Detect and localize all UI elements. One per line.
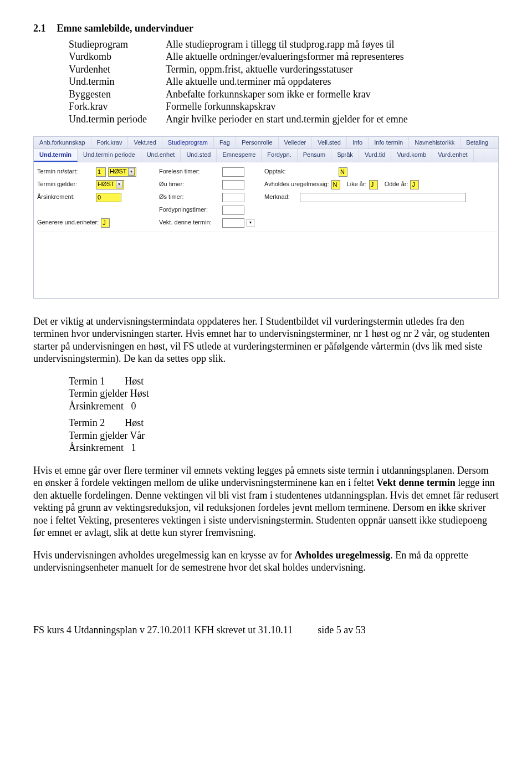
tab-vurd-tid[interactable]: Vurd.tid — [359, 149, 392, 162]
input-termin-nr[interactable] — [96, 167, 106, 177]
line: Termin gjelder Vår — [69, 429, 499, 442]
tab-und-enhet[interactable]: Und.enhet — [141, 149, 181, 162]
text: Hvis undervisningen avholdes uregelmessi… — [33, 550, 294, 561]
input-generere[interactable] — [101, 218, 110, 228]
line: Termin gjelder Høst — [69, 387, 499, 400]
section-heading: 2.1Emne samlebilde, undervinduer — [33, 22, 499, 35]
input-fordyp[interactable] — [222, 206, 244, 215]
label-termin-gjelder: Termin gjelder: — [37, 181, 94, 188]
termin-block-a: Termin 1 Høst Termin gjelder Høst Årsink… — [69, 375, 499, 413]
tab-navnehistorikk[interactable]: Navnehistorikk — [409, 137, 461, 148]
label-generere: Generere und.enheter: — [37, 219, 99, 227]
tab-row-2: Und.terminUnd.termin periodeUnd.enhetUnd… — [34, 149, 498, 162]
input-forelesn[interactable] — [222, 167, 244, 177]
tab-veil-sted[interactable]: Veil.sted — [312, 137, 347, 148]
def-desc: Formelle forkunnskapskrav — [166, 100, 499, 113]
line: Årsinkrement 1 — [69, 442, 499, 454]
paragraph: Hvis undervisningen avholdes uregelmessi… — [33, 549, 499, 574]
definition-list: StudieprogramAlle studieprogram i tilleg… — [69, 38, 499, 126]
input-os[interactable] — [222, 193, 244, 202]
label-forelesn: Forelesn timer: — [159, 168, 220, 176]
input-ou[interactable] — [222, 180, 244, 189]
tab-und-termin[interactable]: Und.termin — [34, 149, 78, 162]
tab-vurd-komb[interactable]: Vurd.komb — [391, 149, 432, 162]
def-term: Fork.krav — [69, 100, 166, 113]
tab-anb-forkunnskap[interactable]: Anb.forkunnskap — [34, 137, 91, 148]
input-like-ar[interactable] — [369, 180, 378, 189]
def-desc: Anbefalte forkunnskaper som ikke er form… — [166, 88, 499, 101]
label-opptak: Opptak: — [264, 168, 336, 176]
tab-und-sted[interactable]: Und.sted — [181, 149, 217, 162]
paragraph: Hvis et emne går over flere terminer vil… — [33, 464, 499, 539]
tab-betaling[interactable]: Betaling — [461, 137, 494, 148]
def-desc: Alle aktuelle und.terminer må oppdateres — [166, 75, 499, 88]
tab-emnesperre[interactable]: Emnesperre — [217, 149, 262, 162]
chevron-down-icon: ▾ — [116, 181, 122, 188]
label-like-ar: Like år: — [347, 181, 367, 188]
tab-info-termin[interactable]: Info termin — [369, 137, 409, 148]
line: Årsinkrement 0 — [69, 400, 499, 413]
input-avholdes[interactable] — [331, 180, 340, 189]
line: Termin 2 Høst — [69, 417, 499, 429]
input-merknad[interactable] — [300, 193, 466, 202]
chevron-down-icon: ▾ — [128, 168, 135, 176]
def-desc: Angir hvilke perioder en start und.termi… — [166, 113, 499, 126]
tab-row-1: Anb.forkunnskapFork.kravVekt.redStudiepr… — [34, 137, 498, 149]
tab-vekt-red[interactable]: Vekt.red — [128, 137, 162, 148]
label-ou: Øu timer: — [159, 181, 220, 188]
input-arsinkrement[interactable] — [96, 193, 121, 202]
section-number: 2.1 — [33, 23, 46, 34]
tab-fork-krav[interactable]: Fork.krav — [91, 137, 129, 148]
bold-text: Avholdes uregelmessig — [294, 550, 390, 561]
tab-pensum[interactable]: Pensum — [298, 149, 331, 162]
def-term: Vurdenhet — [69, 63, 166, 76]
label-avholdes: Avholdes uregelmessig: — [264, 181, 329, 188]
blank-area — [34, 232, 498, 298]
input-vekt[interactable] — [222, 218, 244, 228]
label-odde-ar: Odde år: — [385, 181, 408, 188]
tab-veileder[interactable]: Veileder — [279, 137, 313, 148]
def-desc: Alle aktuelle ordninger/evalueringsforme… — [166, 50, 499, 63]
tab-studieprogram[interactable]: Studieprogram — [162, 137, 214, 148]
label-arsinkrement: Årsinkrement: — [37, 193, 94, 201]
label-vekt: Vekt. denne termin: — [159, 219, 220, 227]
tab-fag[interactable]: Fag — [214, 137, 236, 148]
tab-spr-k[interactable]: Språk — [331, 149, 359, 162]
def-term: Und.termin — [69, 75, 166, 88]
label-termin-nr-start: Termin nr/start: — [37, 168, 94, 176]
tab-und-termin-periode[interactable]: Und.termin periode — [78, 149, 141, 162]
def-term: Byggesten — [69, 88, 166, 101]
def-term: Studieprogram — [69, 38, 166, 51]
def-desc: Alle studieprogram i tillegg til studpro… — [166, 38, 499, 51]
def-term: Und.termin periode — [69, 113, 166, 126]
def-term: Vurdkomb — [69, 50, 166, 63]
tab-vurd-enhet[interactable]: Vurd.enhet — [432, 149, 473, 162]
chevron-down-icon[interactable]: ▾ — [247, 219, 254, 227]
paragraph: Det er viktig at undervisningstermindata… — [33, 315, 499, 365]
select-termin-start[interactable]: HØST▾ — [108, 167, 136, 177]
section-title: Emne samlebilde, undervinduer — [57, 23, 194, 34]
label-fordyp: Fordypningstimer: — [159, 206, 220, 214]
label-merknad: Merknad: — [264, 193, 298, 201]
tab-personrolle[interactable]: Personrolle — [236, 137, 279, 148]
input-opptak[interactable] — [339, 167, 347, 177]
tab-fordypn-[interactable]: Fordypn. — [262, 149, 297, 162]
def-desc: Termin, oppm.frist, aktuelle vurderingss… — [166, 63, 499, 76]
label-os: Øs timer: — [159, 193, 220, 201]
tab-info[interactable]: Info — [347, 137, 369, 148]
bold-text: Vekt denne termin — [376, 477, 458, 488]
select-termin-gjelder[interactable]: HØST▾ — [96, 180, 124, 189]
page-footer: FS kurs 4 Utdanningsplan v 27.10.2011 KF… — [33, 624, 499, 637]
form-area: Termin nr/start: HØST▾ Termin gjelder: H… — [34, 162, 498, 232]
input-odde-ar[interactable] — [410, 180, 419, 189]
line: Termin 1 Høst — [69, 375, 499, 388]
app-panel: Anb.forkunnskapFork.kravVekt.redStudiepr… — [33, 136, 499, 299]
termin-block-b: Termin 2 Høst Termin gjelder Vår Årsinkr… — [69, 417, 499, 454]
